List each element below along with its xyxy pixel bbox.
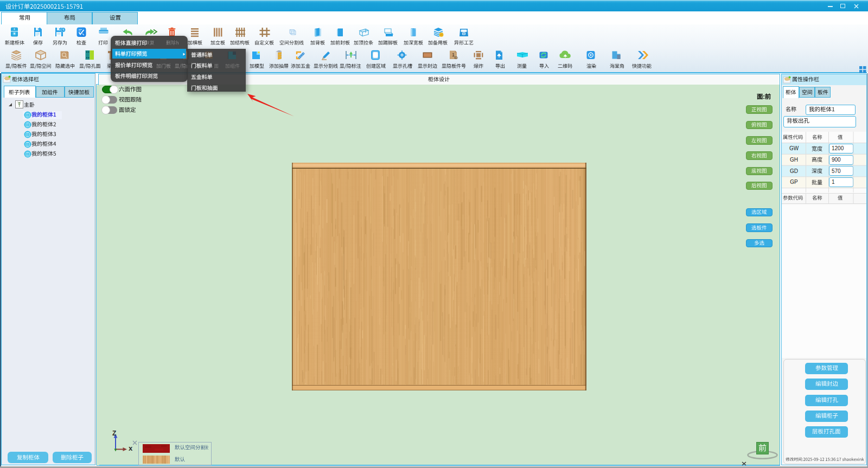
- svg-text:1: 1: [452, 52, 455, 57]
